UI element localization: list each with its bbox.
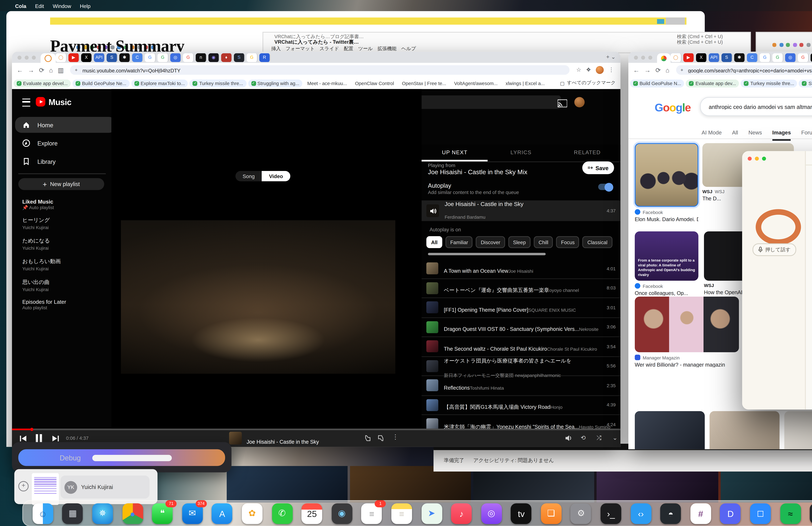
chips-scrollbar[interactable] bbox=[428, 253, 546, 255]
home-button[interactable]: ⌂ bbox=[666, 67, 669, 74]
pause-icon[interactable] bbox=[34, 433, 44, 443]
bookmark-item[interactable]: ✓Turkey missile thre... bbox=[190, 79, 246, 87]
push-to-talk-button[interactable]: 押して話す bbox=[753, 243, 796, 256]
bookmark-item[interactable]: ✓Struggling with ag... bbox=[799, 79, 812, 87]
dock-app-icon[interactable]: ✿ bbox=[242, 503, 262, 524]
pinned-tab[interactable]: S bbox=[234, 53, 245, 62]
result-card-1[interactable]: Facebook Elon Musk. Dario Amodei. Demis … bbox=[635, 143, 698, 222]
queue-item[interactable]: ベートーベン『運命』交響曲第五番第一楽章oyoyo channel 8:03 bbox=[422, 279, 620, 298]
window-controls[interactable] bbox=[17, 55, 36, 59]
result-card-3[interactable]: From a tense corporate split to a viral … bbox=[635, 231, 698, 296]
bookmark-item[interactable]: ✓xlwings | Excel a... bbox=[503, 79, 548, 87]
pinned-tab[interactable]: ◯ bbox=[56, 53, 67, 62]
pinned-tab[interactable]: ▶ bbox=[683, 53, 694, 62]
bookmark-item[interactable]: ✓Build GeoPulse Ne... bbox=[72, 79, 129, 87]
pinned-tab[interactable]: ◉ bbox=[208, 53, 220, 62]
active-tab[interactable] bbox=[657, 53, 670, 63]
all-bookmarks[interactable]: ▢すべてのブックマーク bbox=[560, 79, 616, 87]
filter-chip[interactable]: Focus bbox=[556, 236, 579, 248]
window-controls[interactable] bbox=[748, 157, 805, 161]
tab-related[interactable]: RELATED bbox=[554, 145, 620, 161]
save-button[interactable]: ≡+Save bbox=[582, 161, 614, 174]
bookmark-star-icon[interactable]: ☆ bbox=[576, 67, 581, 73]
like-icon[interactable] bbox=[378, 435, 384, 441]
queue-item[interactable]: ReflectionsToshifumi Hinata 2:35 bbox=[422, 376, 620, 396]
reload-button[interactable]: ⟳ bbox=[39, 67, 44, 74]
sidebar-playlist[interactable]: ためになるYuichi Kujirai bbox=[22, 237, 110, 250]
menu-edit[interactable]: Edit bbox=[35, 3, 44, 8]
player-more-icon[interactable]: ⋮ bbox=[392, 433, 398, 440]
progress-bar[interactable] bbox=[12, 428, 620, 430]
queue-item[interactable]: A Town with an Ocean ViewJoe Hisaishi 4:… bbox=[422, 259, 620, 279]
site-settings-icon[interactable]: ⌖ bbox=[680, 67, 683, 73]
dock-app-icon[interactable]: ◎ bbox=[810, 503, 812, 524]
sidebar-item-explore[interactable]: Explore bbox=[15, 135, 115, 151]
dock-app-icon[interactable]: ≡ 1 bbox=[361, 503, 382, 524]
bookmark-item[interactable]: ✓Struggling with ag... bbox=[248, 79, 303, 87]
bottom-result[interactable] bbox=[635, 411, 705, 449]
video-player-orchestra[interactable] bbox=[121, 220, 395, 374]
dock-app-icon[interactable]: ♪ bbox=[451, 503, 472, 524]
debug-label[interactable]: Debug bbox=[60, 454, 81, 462]
pinned-tab[interactable]: G bbox=[247, 53, 258, 62]
bookmark-item[interactable]: ✓Turkey missile thre... bbox=[741, 79, 797, 87]
menu-help[interactable]: Help bbox=[80, 3, 91, 8]
pinned-tab[interactable]: n bbox=[196, 53, 207, 62]
pinned-tab[interactable]: API bbox=[709, 53, 720, 62]
tab-lyrics[interactable]: LYRICS bbox=[488, 145, 554, 161]
autoplay-toggle[interactable] bbox=[598, 184, 612, 190]
toggle-song[interactable]: Song bbox=[235, 171, 262, 181]
pinned-tab[interactable]: n bbox=[811, 53, 812, 62]
bookmark-item[interactable]: ✓OpenClaw Control bbox=[352, 79, 397, 87]
filter-chip[interactable]: Chill bbox=[534, 236, 553, 248]
excel-accessibility-status[interactable]: アクセシビリティ: 問題ありません bbox=[473, 457, 554, 464]
dock-app-icon[interactable]: ▦ bbox=[62, 503, 83, 524]
pinned-tab[interactable]: ♦ bbox=[221, 53, 232, 62]
user-avatar[interactable] bbox=[574, 97, 585, 107]
pinned-tab[interactable]: G bbox=[158, 53, 169, 62]
url-input[interactable] bbox=[81, 67, 570, 74]
dock-app-icon[interactable]: 25 bbox=[302, 503, 322, 524]
pinned-tab[interactable]: ▶ bbox=[68, 53, 79, 62]
queue-item[interactable]: オーケストラ団員から医療従事者の皆さまへエールを新日本フィルハーモニー交響楽団 … bbox=[422, 357, 620, 376]
pinned-tab[interactable]: S bbox=[721, 53, 733, 62]
pinned-tab[interactable]: G bbox=[760, 53, 771, 62]
new-playlist-button[interactable]: +New playlist bbox=[18, 178, 104, 190]
pinned-tab[interactable]: X bbox=[696, 53, 707, 62]
dock-app-icon[interactable]: D bbox=[720, 503, 741, 524]
extensions-icon[interactable]: ❖ bbox=[586, 67, 591, 73]
new-tab-button[interactable]: + ⌄ bbox=[606, 54, 616, 60]
address-bar[interactable]: ⌖ bbox=[676, 65, 812, 75]
collapse-player-icon[interactable]: ⌄ bbox=[612, 434, 618, 441]
dock-app-icon[interactable]: ≈ bbox=[780, 503, 801, 524]
queue-item[interactable]: 【高音質】関西G1本馬場入場曲 Victory RoadHonjo 4:39 bbox=[422, 396, 620, 415]
bookmark-item[interactable]: ✓Meet - ace-mkuu... bbox=[304, 79, 350, 87]
background-tab-title[interactable]: VRChatに入ってみたら - Twitter裏… bbox=[274, 39, 359, 46]
pinned-tab[interactable]: C bbox=[747, 53, 758, 62]
menu-app-name[interactable]: Cola bbox=[15, 3, 26, 8]
now-playing-row[interactable]: Joe Hisaishi - Castle in the Sky Ferdina… bbox=[422, 200, 620, 221]
liked-music-item[interactable]: Liked Music 📌 Auto playlist bbox=[22, 199, 54, 210]
pinned-tab[interactable]: G bbox=[772, 53, 784, 62]
menu-window[interactable]: Window bbox=[53, 3, 71, 8]
bookmark-item[interactable]: ✓OpenStax | Free te... bbox=[399, 79, 449, 87]
home-button[interactable]: ⌂ bbox=[49, 67, 53, 74]
toggle-video[interactable]: Video bbox=[262, 171, 290, 181]
pinned-tab[interactable]: ◎ bbox=[785, 53, 796, 62]
bookmark-item[interactable]: ✓Evaluate app devel... bbox=[14, 79, 71, 87]
filter-chip[interactable]: Discover bbox=[476, 236, 505, 248]
volume-icon[interactable] bbox=[565, 434, 573, 442]
cast-icon[interactable] bbox=[557, 99, 567, 107]
bookmark-item[interactable]: ✓Explore maxToki to... bbox=[131, 79, 188, 87]
reload-button[interactable]: ⟳ bbox=[655, 67, 661, 74]
pinned-tab[interactable]: X bbox=[81, 53, 92, 62]
pinned-tab[interactable]: G bbox=[183, 53, 194, 62]
filter-chip[interactable]: Sleep bbox=[508, 236, 531, 248]
dock-app-icon[interactable]: ❏ bbox=[541, 503, 562, 524]
pinned-tab[interactable]: ◎ bbox=[170, 53, 182, 62]
pinned-tabs[interactable]: ◯▶XAPIS✱CGG◎Gn◉♦SGR bbox=[56, 52, 271, 63]
filter-chips[interactable]: AllFamiliarDiscoverSleepChillFocusClassi… bbox=[426, 236, 612, 248]
bookmark-item[interactable]: ✓Build GeoPulse N... bbox=[630, 79, 684, 87]
pinned-tab[interactable]: ✱ bbox=[734, 53, 745, 62]
site-settings-icon[interactable]: ⌖ bbox=[75, 67, 78, 73]
